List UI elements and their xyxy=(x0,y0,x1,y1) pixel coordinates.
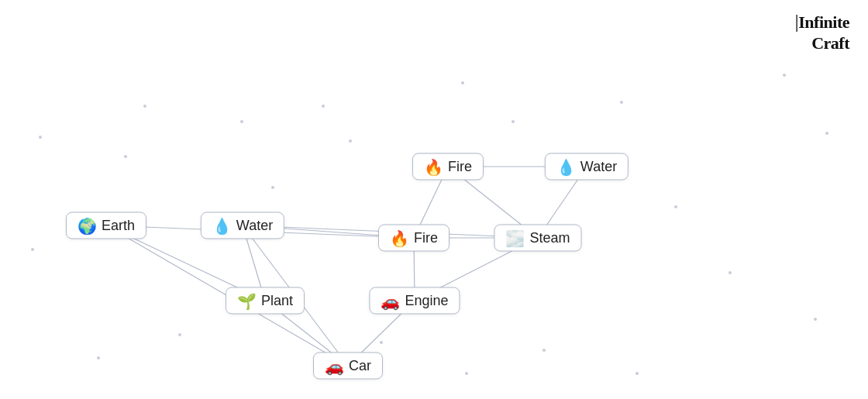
decoration-dot xyxy=(825,132,828,135)
decoration-dot xyxy=(124,155,127,158)
node-icon-engine: 🚗 xyxy=(381,293,400,308)
node-label-earth: Earth xyxy=(102,218,135,234)
node-icon-fire2: 🔥 xyxy=(390,230,409,246)
decoration-dot xyxy=(322,105,325,108)
decoration-dot xyxy=(636,372,639,375)
node-icon-water2: 💧 xyxy=(212,218,232,233)
node-label-plant: Plant xyxy=(261,293,293,309)
node-icon-water1: 💧 xyxy=(556,159,576,174)
decoration-dot xyxy=(728,271,732,274)
decoration-dot xyxy=(814,318,817,321)
decoration-dot xyxy=(620,101,623,104)
node-label-fire2: Fire xyxy=(414,230,438,246)
node-label-water1: Water xyxy=(580,159,617,175)
decoration-dot xyxy=(97,356,100,359)
node-water2[interactable]: 💧Water xyxy=(201,212,284,239)
node-icon-fire1: 🔥 xyxy=(424,159,443,174)
decoration-dot xyxy=(512,120,515,123)
node-car[interactable]: 🚗Car xyxy=(313,353,383,380)
node-label-steam: Steam xyxy=(529,230,570,246)
node-steam[interactable]: 🌫️Steam xyxy=(494,225,581,252)
decoration-dot xyxy=(542,349,546,352)
node-icon-plant: 🌱 xyxy=(237,293,257,308)
node-fire1[interactable]: 🔥Fire xyxy=(412,153,484,181)
node-plant[interactable]: 🌱Plant xyxy=(226,287,305,315)
decoration-dot xyxy=(380,341,383,344)
decoration-dot xyxy=(349,139,352,143)
node-icon-steam: 🌫️ xyxy=(505,230,525,246)
node-engine[interactable]: 🚗Engine xyxy=(369,287,460,315)
node-earth[interactable]: 🌍Earth xyxy=(66,212,146,239)
decoration-dot xyxy=(143,105,146,108)
node-label-engine: Engine xyxy=(405,293,448,309)
decoration-dot xyxy=(674,205,677,208)
decoration-dot xyxy=(465,372,468,375)
node-water1[interactable]: 💧Water xyxy=(545,153,629,181)
decoration-dot xyxy=(240,120,243,123)
decoration-dot xyxy=(39,136,42,139)
decoration-dot xyxy=(461,81,464,84)
node-label-fire1: Fire xyxy=(448,159,472,175)
node-label-car: Car xyxy=(349,358,371,374)
node-icon-car: 🚗 xyxy=(325,358,344,373)
decoration-dot xyxy=(271,186,274,189)
decoration-dot xyxy=(31,248,34,251)
node-icon-earth: 🌍 xyxy=(78,218,97,233)
brand-logo: |Infinite Craft xyxy=(795,9,849,54)
decoration-dot xyxy=(178,333,181,336)
node-label-water2: Water xyxy=(236,218,273,234)
decoration-dot xyxy=(783,74,786,77)
node-fire2[interactable]: 🔥Fire xyxy=(378,225,450,252)
